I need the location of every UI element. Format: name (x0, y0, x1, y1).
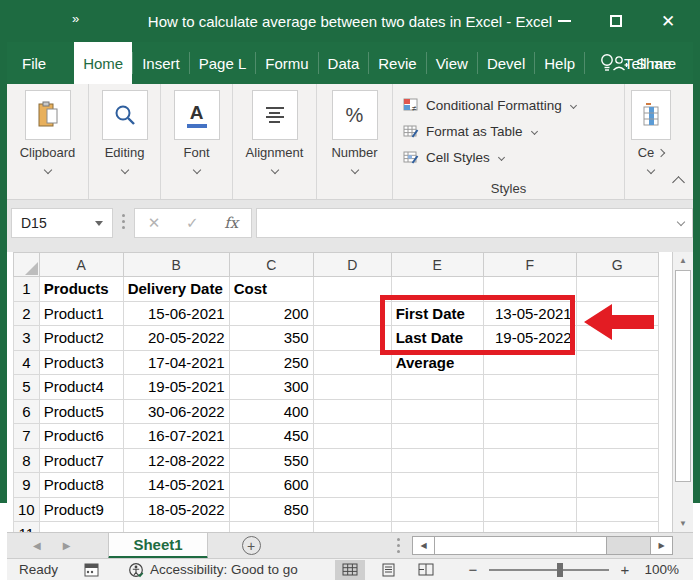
vertical-scrollbar[interactable]: ▲ ▼ (672, 252, 693, 532)
cell-f10[interactable] (483, 497, 576, 522)
cell-f4[interactable] (483, 350, 576, 375)
tab-help[interactable]: Help (535, 42, 584, 84)
cell-c4[interactable]: 250 (229, 350, 313, 375)
clipboard-group[interactable]: Clipboard (7, 84, 89, 199)
row-header[interactable]: 6 (14, 399, 40, 424)
cell-f3[interactable]: 19-05-2022 (483, 326, 576, 351)
tab-bar-splitter[interactable] (397, 538, 400, 553)
new-sheet-button[interactable]: + (242, 536, 261, 555)
row-header[interactable]: 7 (14, 424, 40, 449)
cell-a2[interactable]: Product1 (39, 301, 123, 326)
col-header-b[interactable]: B (123, 253, 229, 277)
number-button[interactable]: % (332, 90, 378, 140)
cell-b3[interactable]: 20-05-2022 (123, 326, 229, 351)
cell-d6[interactable] (313, 399, 391, 424)
col-header-a[interactable]: A (39, 253, 123, 277)
row-header[interactable]: 10 (14, 497, 40, 522)
cell-b11[interactable] (123, 522, 229, 533)
accessibility-status[interactable]: Accessibility: Good to go (128, 562, 298, 578)
cell-g3[interactable] (576, 326, 658, 351)
expand-formula-bar-icon[interactable] (677, 218, 685, 226)
chevron-down-icon[interactable] (350, 166, 358, 174)
tab-formulas[interactable]: Formu (256, 42, 317, 84)
horizontal-scroll-track[interactable] (435, 536, 650, 555)
confirm-entry-icon[interactable]: ✓ (186, 214, 199, 232)
row-header[interactable]: 2 (14, 301, 40, 326)
cell-a3[interactable]: Product2 (39, 326, 123, 351)
cell-f1[interactable] (483, 277, 576, 302)
name-box-dropdown-icon[interactable] (95, 221, 103, 226)
cell-d2[interactable] (313, 301, 391, 326)
cell-d8[interactable] (313, 448, 391, 473)
cell-g5[interactable] (576, 375, 658, 400)
cell-c6[interactable]: 400 (229, 399, 313, 424)
cell-e9[interactable] (391, 473, 483, 498)
cell-g10[interactable] (576, 497, 658, 522)
chevron-down-icon[interactable] (647, 166, 655, 174)
page-layout-view-button[interactable] (373, 560, 403, 580)
page-break-preview-button[interactable] (411, 560, 441, 580)
conditional-formatting-button[interactable]: ≠ Conditional Formatting (403, 92, 576, 118)
cell-f7[interactable] (483, 424, 576, 449)
cell-g6[interactable] (576, 399, 658, 424)
cell-g7[interactable] (576, 424, 658, 449)
tab-developer[interactable]: Devel (478, 42, 534, 84)
cell-d10[interactable] (313, 497, 391, 522)
tab-home[interactable]: Home (74, 42, 132, 84)
cell-d9[interactable] (313, 473, 391, 498)
clipboard-button[interactable] (25, 90, 71, 140)
cell-a9[interactable]: Product8 (39, 473, 123, 498)
cell-c8[interactable]: 550 (229, 448, 313, 473)
cell-g1[interactable] (576, 277, 658, 302)
cell-a6[interactable]: Product5 (39, 399, 123, 424)
format-as-table-button[interactable]: Format as Table (403, 118, 537, 144)
tab-data[interactable]: Data (319, 42, 369, 84)
cell-a7[interactable]: Product6 (39, 424, 123, 449)
cell-e8[interactable] (391, 448, 483, 473)
next-sheet-icon[interactable]: ▶ (63, 540, 71, 551)
cell-d1[interactable] (313, 277, 391, 302)
zoom-slider-track[interactable] (489, 569, 609, 571)
normal-view-button[interactable] (335, 560, 365, 580)
cells-group-partial[interactable]: Ce (625, 84, 677, 199)
cell-e1[interactable] (391, 277, 483, 302)
cell-b10[interactable]: 18-05-2022 (123, 497, 229, 522)
prev-sheet-icon[interactable]: ◀ (33, 540, 41, 551)
cell-f9[interactable] (483, 473, 576, 498)
cell-f2[interactable]: 13-05-2021 (483, 301, 576, 326)
cell-d4[interactable] (313, 350, 391, 375)
cell-e3[interactable]: Last Date (391, 326, 483, 351)
cell-c5[interactable]: 300 (229, 375, 313, 400)
cell-b2[interactable]: 15-06-2021 (123, 301, 229, 326)
collapse-ribbon-button[interactable] (674, 173, 683, 191)
name-box[interactable]: D15 (11, 208, 113, 238)
chevron-down-icon[interactable] (270, 166, 278, 174)
cell-d7[interactable] (313, 424, 391, 449)
tab-insert[interactable]: Insert (133, 42, 189, 84)
cell-a1[interactable]: Products (39, 277, 123, 302)
chevron-down-icon[interactable] (43, 166, 51, 174)
tab-file[interactable]: File (0, 42, 64, 84)
cell-a10[interactable]: Product9 (39, 497, 123, 522)
cell-b6[interactable]: 30-06-2022 (123, 399, 229, 424)
cell-d11[interactable] (313, 522, 391, 533)
cell-b7[interactable]: 16-07-2021 (123, 424, 229, 449)
cell-e5[interactable] (391, 375, 483, 400)
cell-c10[interactable]: 850 (229, 497, 313, 522)
cell-a11[interactable] (39, 522, 123, 533)
cell-e4[interactable]: Average (391, 350, 483, 375)
cancel-entry-icon[interactable]: ✕ (148, 214, 161, 232)
alignment-button[interactable] (252, 90, 298, 140)
zoom-out-button[interactable]: − (465, 561, 481, 578)
scroll-up-icon[interactable]: ▲ (673, 252, 693, 269)
editing-group[interactable]: Editing (89, 84, 161, 199)
cell-g8[interactable] (576, 448, 658, 473)
scroll-right-icon[interactable]: ▶ (650, 536, 673, 555)
font-group[interactable]: A Font (161, 84, 233, 199)
chevron-down-icon[interactable] (120, 166, 128, 174)
col-header-f[interactable]: F (483, 253, 576, 277)
insert-function-icon[interactable]: fx (224, 214, 238, 232)
cell-b5[interactable]: 19-05-2021 (123, 375, 229, 400)
cell-c1[interactable]: Cost (229, 277, 313, 302)
cell-c7[interactable]: 450 (229, 424, 313, 449)
